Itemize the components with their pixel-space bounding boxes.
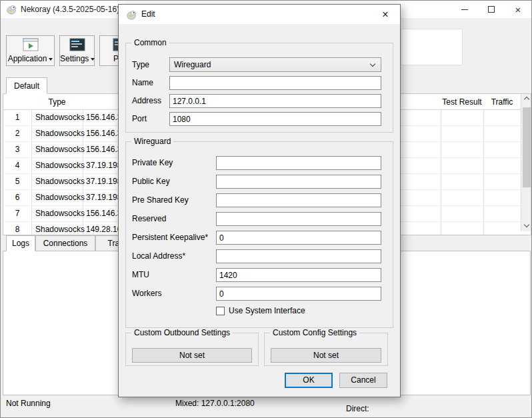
type-combobox[interactable]: Wireguard xyxy=(169,57,381,72)
row-type: Shadowsocks xyxy=(35,222,85,235)
row-number: 7 xyxy=(3,206,31,221)
dropdown-arrow-icon xyxy=(49,58,53,61)
maximize-button[interactable] xyxy=(478,1,505,18)
maximize-icon xyxy=(488,6,495,13)
dialog-title: Edit xyxy=(141,5,155,24)
main-window: Nekoray (4.3.5-2025-05-16) × Application xyxy=(0,0,532,418)
row-type: Shadowsocks xyxy=(35,190,85,205)
minimize-icon xyxy=(461,9,468,10)
minimize-button[interactable] xyxy=(451,1,478,18)
scrollbar-down-button[interactable] xyxy=(521,219,531,230)
settings-button-label: Settings xyxy=(60,54,94,63)
app-icon xyxy=(6,4,17,17)
row-type: Shadowsocks xyxy=(35,142,85,157)
status-direct-label: Direct: xyxy=(346,404,369,413)
application-button-label: Application xyxy=(7,54,54,63)
dialog-app-icon xyxy=(126,9,137,22)
top-right-panel xyxy=(401,29,463,65)
local-address-label: Local Address* xyxy=(132,249,185,263)
row-number: 4 xyxy=(3,158,31,173)
use-system-interface-checkbox[interactable] xyxy=(216,307,225,315)
mtu-input[interactable] xyxy=(216,268,381,282)
private-key-label: Private Key xyxy=(132,156,173,170)
custom-config-legend: Custom Config Settings xyxy=(270,328,359,337)
close-icon: × xyxy=(382,9,388,21)
row-type: Shadowsocks xyxy=(35,126,85,141)
pre-shared-key-input[interactable] xyxy=(216,193,381,207)
type-label: Type xyxy=(132,58,149,72)
address-label: Address xyxy=(132,94,161,108)
row-number: 2 xyxy=(3,126,31,141)
address-input[interactable] xyxy=(169,94,381,108)
application-menu-button[interactable]: Application xyxy=(6,35,55,66)
table-scrollbar[interactable] xyxy=(521,94,531,231)
persistent-keepalive-label: Persistent Keepalive* xyxy=(132,231,208,245)
reserved-input[interactable] xyxy=(216,212,381,226)
scrollbar-up-button[interactable] xyxy=(521,94,531,105)
dropdown-arrow-icon xyxy=(91,58,95,61)
custom-outbound-not-set-button[interactable]: Not set xyxy=(132,348,252,363)
row-type: Shadowsocks xyxy=(35,110,85,125)
wireguard-group-legend: Wireguard xyxy=(131,137,173,146)
port-input[interactable] xyxy=(169,112,381,126)
use-system-interface-label: Use System Interface xyxy=(229,305,305,317)
common-group-legend: Common xyxy=(131,38,169,47)
name-label: Name xyxy=(132,76,153,90)
column-header-test-result[interactable]: Test Result xyxy=(441,94,483,110)
public-key-label: Public Key xyxy=(132,175,170,189)
status-running-state: Not Running xyxy=(6,399,51,408)
row-number: 8 xyxy=(3,222,31,235)
pre-shared-key-label: Pre Shared Key xyxy=(132,193,189,207)
dialog-title-bar: Edit × xyxy=(119,5,400,24)
local-address-input[interactable] xyxy=(216,249,381,263)
name-input[interactable] xyxy=(169,76,381,90)
edit-dialog: Edit × Common Type Wireguard Name Addres… xyxy=(118,4,401,397)
private-key-input[interactable] xyxy=(216,156,381,170)
tab-default[interactable]: Default xyxy=(6,77,47,94)
row-number: 3 xyxy=(3,142,31,157)
port-label: Port xyxy=(132,112,147,126)
application-icon xyxy=(7,38,54,51)
reserved-label: Reserved xyxy=(132,212,166,226)
row-number: 6 xyxy=(3,190,31,205)
scrollbar-thumb[interactable] xyxy=(523,107,531,187)
close-button[interactable]: × xyxy=(505,1,531,18)
row-type: Shadowsocks xyxy=(35,206,85,221)
row-type: Shadowsocks xyxy=(35,158,85,173)
custom-outbound-legend: Custom Outbound Settings xyxy=(131,328,233,337)
row-type: Shadowsocks xyxy=(35,174,85,189)
public-key-input[interactable] xyxy=(216,175,381,189)
row-number: 1 xyxy=(3,110,31,125)
chevron-down-icon xyxy=(370,61,375,67)
tab-connections[interactable]: Connections xyxy=(35,235,95,251)
settings-icon xyxy=(60,38,94,51)
column-header-type[interactable]: Type xyxy=(31,94,83,110)
column-header-traffic[interactable]: Traffic xyxy=(483,94,521,110)
window-title: Nekoray (4.3.5-2025-05-16) xyxy=(21,1,119,18)
custom-config-not-set-button[interactable]: Not set xyxy=(271,348,381,363)
workers-label: Workers xyxy=(132,287,161,301)
row-number: 5 xyxy=(3,174,31,189)
workers-input[interactable] xyxy=(216,287,381,301)
close-icon: × xyxy=(515,5,521,15)
row-address: 149.28.10 xyxy=(86,222,121,235)
tab-logs[interactable]: Logs xyxy=(6,235,35,251)
chevron-up-icon xyxy=(524,97,529,102)
persistent-keepalive-input[interactable] xyxy=(216,231,381,245)
dialog-close-button[interactable]: × xyxy=(371,5,399,23)
type-combobox-value: Wireguard xyxy=(174,60,211,69)
settings-menu-button[interactable]: Settings xyxy=(59,35,95,66)
ok-button[interactable]: OK xyxy=(285,373,333,388)
chevron-down-icon xyxy=(524,222,529,227)
mtu-label: MTU xyxy=(132,268,149,282)
cancel-button[interactable]: Cancel xyxy=(339,373,387,388)
status-mixed-address: Mixed: 127.0.0.1:2080 xyxy=(175,399,255,408)
